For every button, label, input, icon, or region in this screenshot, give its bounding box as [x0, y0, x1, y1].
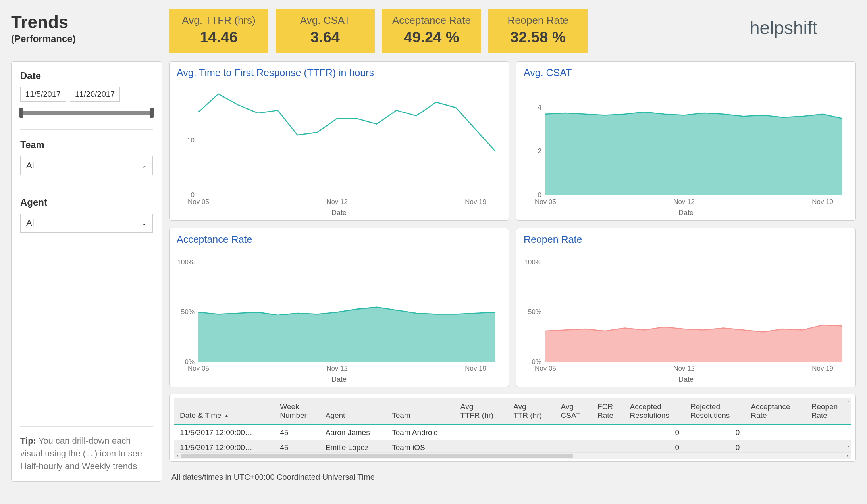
tip-text: You can drill-down each visual using the… [20, 436, 142, 471]
scroll-left-icon[interactable]: ‹ [174, 453, 181, 459]
chart-acceptance[interactable]: Acceptance Rate 0%50%100%Nov 05Nov 12Nov… [169, 228, 509, 387]
team-dropdown-value: All [26, 160, 36, 171]
table-header-cell[interactable]: Date & Time [174, 398, 274, 425]
svg-text:50%: 50% [181, 308, 195, 315]
table-header-cell[interactable]: WeekNumber [274, 398, 320, 425]
table-cell: 45 [274, 425, 320, 441]
table-cell [555, 425, 592, 441]
chart-title: Avg. CSAT [524, 67, 848, 79]
kpi-value: 32.58 % [496, 29, 580, 46]
kpi-reopen: Reopen Rate 32.58 % [488, 9, 588, 53]
table-cell: 0 [685, 425, 745, 441]
svg-text:Nov 05: Nov 05 [535, 198, 556, 206]
scroll-right-icon[interactable]: › [844, 453, 851, 459]
chart-xlabel: Date [177, 207, 501, 218]
kpi-ttfr: Avg. TTFR (hrs) 14.46 [169, 9, 268, 53]
table-cell: Emilie Lopez [320, 440, 387, 452]
chart-xlabel: Date [524, 374, 848, 385]
table-cell: 11/5/2017 12:00:00… [174, 425, 274, 441]
table-cell [455, 425, 508, 441]
table-header-cell[interactable]: ReopenRate [806, 398, 851, 425]
scroll-up-icon[interactable]: ˄ [847, 400, 850, 406]
table-header-cell[interactable]: AvgTTFR (hr) [455, 398, 508, 425]
agent-filter-label: Agent [20, 197, 153, 208]
scroll-down-icon[interactable]: ˅ [847, 445, 850, 451]
chevron-down-icon: ⌄ [141, 219, 147, 227]
table-cell: 45 [274, 440, 320, 452]
kpi-label: Avg. TTFR (hrs) [177, 14, 260, 27]
table-cell: 0 [624, 440, 685, 452]
table-cell: Team iOS [386, 440, 455, 452]
data-table[interactable]: Date & TimeWeekNumberAgentTeamAvgTTFR (h… [174, 398, 851, 452]
table-cell [508, 425, 555, 441]
table-header-row: Date & TimeWeekNumberAgentTeamAvgTTFR (h… [174, 398, 851, 425]
svg-text:Nov 12: Nov 12 [326, 364, 348, 372]
svg-text:Nov 12: Nov 12 [673, 198, 695, 206]
kpi-value: 3.64 [283, 29, 367, 46]
kpi-acceptance: Acceptance Rate 49.24 % [382, 9, 481, 53]
svg-text:Nov 05: Nov 05 [535, 364, 556, 372]
chart-csat[interactable]: Avg. CSAT 024Nov 05Nov 12Nov 19 Date [516, 61, 856, 221]
chart-xlabel: Date [177, 374, 501, 385]
agent-dropdown[interactable]: All ⌄ [20, 214, 153, 233]
table-row[interactable]: 11/5/2017 12:00:00…45Aaron JamesTeam And… [174, 425, 851, 441]
table-header-cell[interactable]: AvgCSAT [555, 398, 592, 425]
svg-text:100%: 100% [524, 258, 541, 266]
divider [20, 129, 153, 130]
chart-reopen[interactable]: Reopen Rate 0%50%100%Nov 05Nov 12Nov 19 … [516, 228, 856, 387]
slider-thumb-right[interactable] [150, 108, 154, 118]
divider [20, 187, 153, 187]
team-filter-label: Team [20, 139, 153, 150]
date-range-slider[interactable] [20, 107, 153, 117]
chart-ttfr[interactable]: Avg. Time to First Response (TTFR) in ho… [169, 61, 509, 221]
table-header-cell[interactable]: AvgTTR (hr) [508, 398, 555, 425]
table-cell [745, 425, 805, 441]
svg-text:2: 2 [538, 147, 541, 155]
kpi-label: Avg. CSAT [283, 14, 367, 27]
tip-label: Tip: [20, 436, 36, 446]
tip-block: Tip: You can drill-down each visual usin… [20, 426, 153, 473]
table-cell [455, 440, 508, 452]
kpi-label: Acceptance Rate [390, 14, 473, 27]
team-dropdown[interactable]: All ⌄ [20, 156, 153, 175]
scrollbar-thumb[interactable] [181, 454, 573, 458]
horizontal-scrollbar[interactable]: ‹ › [174, 452, 851, 459]
table-cell [555, 440, 592, 452]
svg-text:Nov 12: Nov 12 [673, 364, 695, 372]
date-filter-label: Date [20, 70, 153, 81]
table-cell [745, 440, 805, 452]
table-header-cell[interactable]: FCRRate [592, 398, 624, 425]
table-cell [806, 425, 851, 441]
kpi-label: Reopen Rate [496, 14, 580, 27]
svg-text:4: 4 [538, 104, 541, 111]
table-header-cell[interactable]: AcceptedResolutions [624, 398, 685, 425]
slider-thumb-left[interactable] [19, 108, 23, 118]
table-header-cell[interactable]: RejectedResolutions [685, 398, 745, 425]
svg-text:Nov 05: Nov 05 [188, 198, 209, 206]
table-header-cell[interactable]: Agent [320, 398, 387, 425]
table-cell [592, 425, 624, 441]
table-cell: 11/5/2017 12:00:00… [174, 440, 274, 452]
svg-text:Nov 19: Nov 19 [812, 364, 833, 372]
helpshift-logo: helpshift [749, 9, 856, 40]
chart-title: Acceptance Rate [177, 234, 501, 245]
svg-text:100%: 100% [177, 258, 195, 266]
table-header-cell[interactable]: Team [386, 398, 455, 425]
svg-text:Nov 05: Nov 05 [188, 364, 209, 372]
chart-xlabel: Date [524, 207, 848, 218]
svg-text:Nov 19: Nov 19 [465, 364, 486, 372]
date-to-input[interactable]: 11/20/2017 [70, 87, 120, 102]
kpi-row: Avg. TTFR (hrs) 14.46 Avg. CSAT 3.64 Acc… [169, 9, 742, 53]
date-from-input[interactable]: 11/5/2017 [20, 87, 66, 102]
kpi-value: 14.46 [177, 29, 260, 46]
svg-text:Nov 12: Nov 12 [326, 198, 348, 206]
table-cell: 0 [624, 425, 685, 441]
table-cell: 0 [685, 440, 745, 452]
page-title-block: Trends (Performance) [11, 9, 162, 44]
table-row[interactable]: 11/5/2017 12:00:00…45Emilie LopezTeam iO… [174, 440, 851, 452]
table-cell: Aaron James [320, 425, 387, 441]
page-title: Trends [11, 13, 162, 32]
svg-text:Nov 19: Nov 19 [812, 198, 833, 206]
table-header-cell[interactable]: AcceptanceRate [745, 398, 805, 425]
table-cell [592, 440, 624, 452]
